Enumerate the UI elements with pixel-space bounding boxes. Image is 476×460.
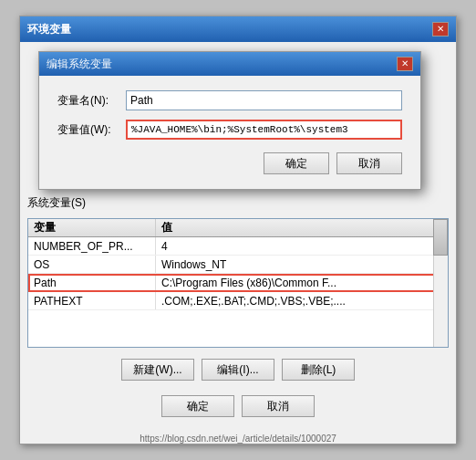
table-row-path[interactable]: Path C:\Program Files (x86)\Common F...: [28, 274, 448, 292]
inner-dialog-title: 编辑系统变量: [47, 57, 112, 72]
var-value-label: 变量值(W):: [57, 122, 117, 138]
cancel-button[interactable]: 取消: [242, 395, 315, 417]
inner-close-button[interactable]: ✕: [397, 57, 413, 71]
row0-value: 4: [156, 237, 448, 255]
url-bar: https://blog.csdn.net/wei_/article/detai…: [27, 432, 449, 445]
inner-dialog: 编辑系统变量 ✕ 变量名(N): 变量值(W): 确定 取消: [38, 51, 421, 190]
system-vars-label: 系统变量(S): [27, 195, 449, 211]
outer-dialog-body: 编辑系统变量 ✕ 变量名(N): 变量值(W): 确定 取消 系统变量(S): [20, 42, 456, 453]
inner-dialog-titlebar: 编辑系统变量 ✕: [39, 52, 420, 76]
outer-dialog-titlebar: 环境变量 ✕: [20, 16, 456, 42]
outer-close-button[interactable]: ✕: [432, 22, 449, 37]
outer-dialog: 环境变量 ✕ 编辑系统变量 ✕ 变量名(N): 变量值(W):: [19, 16, 457, 444]
scrollbar-thumb[interactable]: [433, 219, 448, 256]
new-button[interactable]: 新建(W)...: [121, 359, 194, 381]
confirm-button[interactable]: 确定: [161, 395, 234, 417]
scrollbar-track[interactable]: [433, 219, 448, 347]
var-name-row: 变量名(N):: [57, 90, 402, 110]
var-value-input[interactable]: [126, 120, 402, 140]
edit-button[interactable]: 编辑(I)...: [202, 359, 274, 381]
table-body: NUMBER_OF_PR... 4 OS Windows_NT Path C:\…: [28, 237, 448, 347]
table-header: 变量 值: [28, 219, 448, 237]
inner-cancel-button[interactable]: 取消: [336, 152, 402, 174]
row2-value: C:\Program Files (x86)\Common F...: [156, 274, 448, 291]
col-header-val: 值: [156, 219, 448, 236]
row3-value: .COM;.EXE;.BAT;.CMD;.VBS;.VBE;....: [156, 292, 448, 309]
outer-dialog-title: 环境变量: [27, 22, 71, 37]
row1-value: Windows_NT: [156, 256, 448, 273]
bottom-buttons: 确定 取消: [27, 388, 449, 424]
row1-name: OS: [28, 256, 156, 273]
inner-confirm-button[interactable]: 确定: [264, 152, 329, 174]
inner-dialog-buttons: 确定 取消: [57, 152, 402, 174]
table-row[interactable]: OS Windows_NT: [28, 256, 448, 274]
row3-name: PATHEXT: [28, 292, 156, 309]
col-header-var: 变量: [28, 219, 156, 236]
system-vars-table: 变量 值 NUMBER_OF_PR... 4 OS Windows_NT Pat…: [27, 218, 449, 348]
delete-button[interactable]: 删除(L): [282, 359, 355, 381]
row0-name: NUMBER_OF_PR...: [28, 237, 156, 255]
var-name-label: 变量名(N):: [57, 93, 117, 109]
table-row[interactable]: NUMBER_OF_PR... 4: [28, 237, 448, 256]
inner-dialog-body: 变量名(N): 变量值(W): 确定 取消: [39, 76, 420, 189]
var-value-row: 变量值(W):: [57, 120, 402, 140]
action-buttons: 新建(W)... 编辑(I)... 删除(L): [27, 359, 449, 381]
var-name-input[interactable]: [126, 90, 402, 110]
outer-title-controls: ✕: [432, 22, 449, 37]
table-row[interactable]: PATHEXT .COM;.EXE;.BAT;.CMD;.VBS;.VBE;..…: [28, 292, 448, 310]
row2-name: Path: [28, 274, 156, 291]
